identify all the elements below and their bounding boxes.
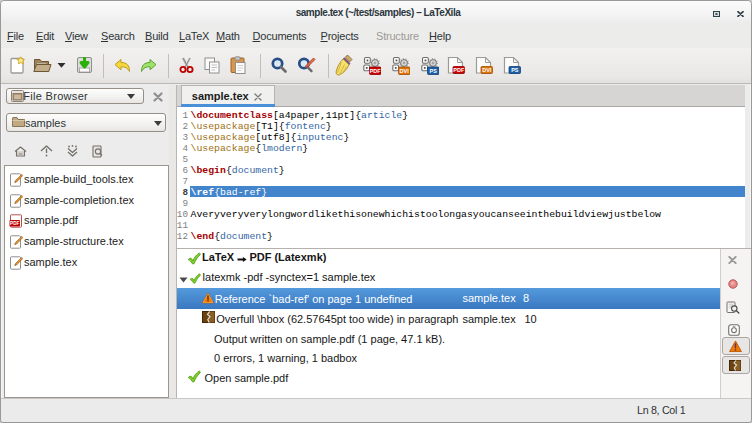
svg-text:DVI: DVI	[482, 67, 492, 73]
svg-text:PDF: PDF	[370, 68, 381, 74]
svg-text:DVI: DVI	[400, 68, 410, 74]
svg-text:PDF: PDF	[453, 67, 465, 73]
svg-text:PS: PS	[430, 68, 438, 74]
svg-text:PS: PS	[511, 67, 519, 73]
svg-text:PDF: PDF	[10, 221, 19, 226]
